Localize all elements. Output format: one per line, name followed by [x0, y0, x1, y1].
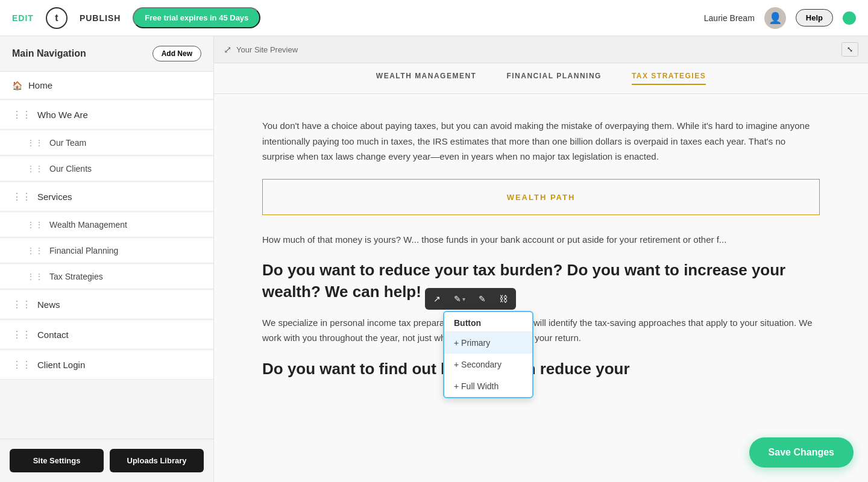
help-button[interactable]: Help: [796, 9, 833, 27]
nav-label-wealth-management: Wealth Management: [49, 220, 127, 230]
dropdown-item-primary-label: + Primary: [454, 338, 490, 348]
wealth-path-box[interactable]: WEALTH PATH: [262, 179, 820, 215]
publish-button[interactable]: PUBLISH: [80, 13, 121, 23]
save-changes-button[interactable]: Save Changes: [749, 437, 854, 468]
nav-item-home[interactable]: 🏠 Home: [0, 72, 213, 99]
floating-toolbar: ↗ ✎ ▾ ✎ ⛓: [425, 288, 516, 310]
nav-item-who-we-are[interactable]: ⋮⋮ Who We Are: [0, 101, 213, 130]
trial-banner[interactable]: Free trial expires in 45 Days: [133, 7, 260, 28]
intro-paragraph: You don't have a choice about paying tax…: [262, 118, 820, 164]
wealth-path-label: WEALTH PATH: [507, 193, 576, 202]
site-preview: WEALTH MANAGEMENT FINANCIAL PLANNING TAX…: [214, 63, 868, 482]
dropdown-item-primary[interactable]: + Primary: [444, 332, 532, 354]
top-bar-right: Laurie Bream 👤 Help: [704, 7, 856, 29]
nav-item-wealth-management[interactable]: ⋮⋮ Wealth Management: [0, 213, 213, 237]
site-nav-financial-planning[interactable]: FINANCIAL PLANNING: [506, 72, 601, 85]
user-name: Laurie Bream: [704, 13, 755, 23]
site-settings-button[interactable]: Site Settings: [10, 449, 104, 472]
dropdown-item-secondary-label: + Secondary: [454, 360, 502, 369]
preview-icon: ⤢: [224, 44, 231, 55]
toolbar-edit2-button[interactable]: ✎: [473, 290, 492, 307]
main-layout: Main Navigation Add New 🏠 Home ⋮⋮ Who We…: [0, 36, 868, 482]
nav-label-services: Services: [37, 192, 72, 202]
drag-icon: ⋮⋮: [12, 109, 31, 120]
nav-item-client-login[interactable]: ⋮⋮ Client Login: [0, 351, 213, 380]
expand-button[interactable]: ⤡: [841, 42, 858, 57]
nav-item-tax-strategies[interactable]: ⋮⋮ Tax Strategies: [0, 264, 213, 289]
sidebar: Main Navigation Add New 🏠 Home ⋮⋮ Who We…: [0, 36, 214, 482]
drag-icon: ⋮⋮: [12, 191, 31, 202]
nav-item-our-team[interactable]: ⋮⋮ Our Team: [0, 131, 213, 155]
nav-item-financial-planning[interactable]: ⋮⋮ Financial Planning: [0, 239, 213, 263]
nav-item-our-clients[interactable]: ⋮⋮ Our Clients: [0, 157, 213, 181]
toolbar-unlink-button[interactable]: ⛓: [493, 290, 514, 307]
uploads-library-button[interactable]: Uploads Library: [110, 449, 204, 472]
nav-label-our-clients: Our Clients: [49, 164, 92, 174]
drag-icon: ⋮⋮: [12, 359, 31, 371]
nav-item-contact[interactable]: ⋮⋮ Contact: [0, 321, 213, 349]
nav-label-who-we-are: Who We Are: [37, 110, 88, 120]
site-nav-wealth-management[interactable]: WEALTH MANAGEMENT: [376, 72, 477, 85]
dropdown-item-full-width[interactable]: + Full Width: [444, 375, 532, 397]
home-icon: 🏠: [12, 81, 22, 90]
page-heading2: Do you want to find out how you can redu…: [262, 358, 820, 380]
nav-item-news[interactable]: ⋮⋮ News: [0, 290, 213, 319]
nav-label-financial-planning: Financial Planning: [49, 246, 118, 255]
sidebar-header: Main Navigation Add New: [0, 36, 213, 72]
dropdown-title: Button: [444, 312, 532, 332]
body-paragraph: We specialize in personal income tax pre…: [262, 315, 820, 346]
nav-label-our-team: Our Team: [49, 138, 86, 148]
site-nav: WEALTH MANAGEMENT FINANCIAL PLANNING TAX…: [214, 63, 868, 94]
notification-dot[interactable]: [843, 11, 856, 25]
dropdown-item-full-width-label: + Full Width: [454, 381, 498, 391]
nav-label-tax-strategies: Tax Strategies: [49, 272, 103, 281]
drag-icon: ⋮⋮: [12, 299, 31, 310]
preview-bar-left: ⤢ Your Site Preview: [224, 44, 298, 55]
drag-icon: ⋮⋮: [27, 246, 43, 255]
page-heading: Do you want to reduce your tax burden? D…: [262, 259, 820, 303]
toolbar-edit-button[interactable]: ✎ ▾: [448, 290, 471, 307]
nav-label-client-login: Client Login: [37, 360, 85, 370]
sub-paragraph: How much of that money is yours? W... th…: [262, 232, 820, 248]
dropdown-arrow: ▾: [462, 296, 465, 302]
site-nav-tax-strategies[interactable]: TAX STRATEGIES: [632, 72, 706, 85]
content-area: ⤢ Your Site Preview ⤡ WEALTH MANAGEMENT …: [214, 36, 868, 482]
drag-icon: ⋮⋮: [27, 164, 43, 174]
edit-button[interactable]: EDIT: [12, 13, 34, 23]
drag-icon: ⋮⋮: [12, 329, 31, 340]
dropdown-item-secondary[interactable]: + Secondary: [444, 354, 532, 375]
nav-item-services[interactable]: ⋮⋮ Services: [0, 183, 213, 211]
toolbar-link-button[interactable]: ↗: [427, 290, 447, 307]
preview-label: Your Site Preview: [236, 45, 298, 54]
sidebar-title: Main Navigation: [12, 48, 86, 59]
page-content: You don't have a choice about paying tax…: [214, 94, 868, 416]
drag-icon: ⋮⋮: [27, 272, 43, 281]
nav-label-home: Home: [28, 80, 52, 90]
nav-label-news: News: [37, 299, 60, 310]
nav-label-contact: Contact: [37, 330, 69, 340]
add-new-button[interactable]: Add New: [153, 46, 201, 61]
drag-icon: ⋮⋮: [27, 138, 43, 148]
user-avatar[interactable]: 👤: [764, 7, 786, 29]
sidebar-bottom: Site Settings Uploads Library: [0, 439, 213, 482]
drag-icon: ⋮⋮: [27, 220, 43, 230]
logo: t: [46, 7, 68, 29]
top-bar: EDIT t PUBLISH Free trial expires in 45 …: [0, 0, 868, 36]
preview-bar: ⤢ Your Site Preview ⤡: [214, 36, 868, 63]
button-type-dropdown: Button + Primary + Secondary + Full Widt…: [443, 311, 533, 398]
